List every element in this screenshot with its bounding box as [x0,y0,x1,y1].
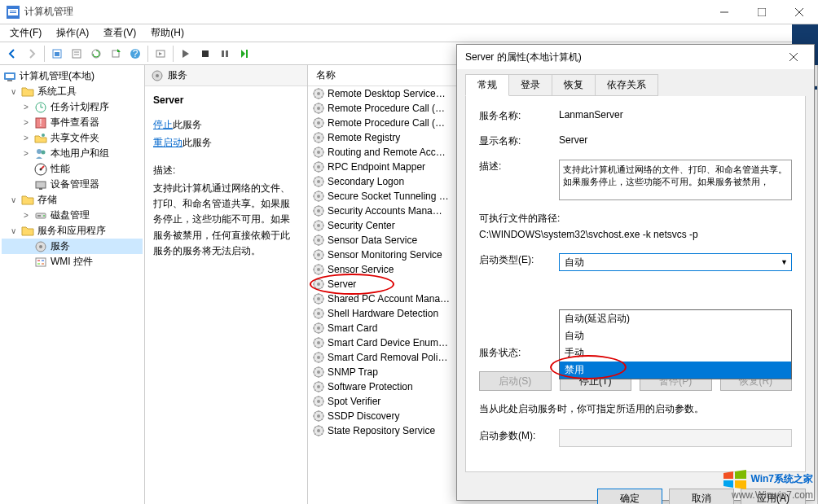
svg-point-84 [317,341,320,344]
startup-hint: 当从此处启动服务时，你可指定所适用的启动参数。 [479,402,792,416]
help-button[interactable]: ? [126,45,144,63]
option-manual[interactable]: 手动 [560,344,791,362]
windows-logo-icon [722,470,748,489]
gear-icon [313,103,324,114]
gear-icon [313,396,324,407]
watermark: Win7系统之家 www.Winwin7.com [722,470,813,501]
window-title: 计算机管理 [24,5,706,19]
service-name-value: LanmanServer [559,109,792,121]
services-header-bar: 服务 [145,65,307,86]
dialog-close-button[interactable] [781,45,806,69]
option-disabled[interactable]: 禁用 [560,362,791,379]
tab-recovery[interactable]: 恢复 [552,74,596,96]
tab-general[interactable]: 常规 [465,74,509,96]
svg-text:!: ! [39,117,42,129]
properties-dialog: Server 的属性(本地计算机) 常规 登录 恢复 依存关系 服务名称: La… [456,44,815,501]
gear-icon [313,249,324,261]
svg-rect-5 [758,8,766,16]
tree-root[interactable]: 计算机管理(本地) [2,68,143,84]
nav-tree[interactable]: 计算机管理(本地) ∨系统工具>任务计划程序>!事件查看器>共享文件夹>本地用户… [0,65,145,504]
export-button[interactable] [107,45,125,63]
tree-item[interactable]: 设备管理器 [2,177,143,192]
forward-button[interactable] [23,45,41,63]
tree-item[interactable]: 服务 [2,239,143,254]
gear-icon [313,278,324,290]
svg-rect-20 [226,50,228,57]
description-label: 描述: [479,160,559,173]
tree-group[interactable]: ∨服务和应用程序 [2,223,143,239]
maximize-button[interactable] [743,0,781,24]
start-button[interactable]: 启动(S) [479,371,552,391]
restart-service-button[interactable] [235,45,253,63]
svg-point-90 [317,385,320,388]
menu-file[interactable]: 文件(F) [3,24,48,42]
gear-icon [313,322,324,334]
properties-button[interactable] [68,45,86,63]
svg-point-50 [317,92,320,95]
tree-item[interactable]: >任务计划程序 [2,99,143,115]
tree-item[interactable]: >共享文件夹 [2,130,143,146]
dialog-tabs: 常规 登录 恢复 依存关系 [457,69,814,96]
gear-icon [313,410,324,422]
tab-dependencies[interactable]: 依存关系 [595,74,658,96]
selected-service-name: Server [153,94,299,106]
svg-point-38 [43,215,45,217]
play-all-button[interactable] [152,45,169,63]
tree-item[interactable]: 性能 [2,161,143,177]
svg-point-56 [317,136,320,139]
startup-type-select[interactable]: 自动 ▼ [559,253,792,271]
restart-link[interactable]: 重启动 [153,137,183,148]
svg-rect-3 [10,12,16,13]
startup-type-dropdown[interactable]: 自动(延迟启动) 自动 手动 禁用 [559,309,792,379]
gear-icon [313,234,324,246]
stop-service-button[interactable] [196,45,214,63]
close-button[interactable] [781,0,818,24]
svg-point-80 [317,312,320,315]
option-auto-delayed[interactable]: 自动(延迟启动) [560,310,791,327]
tree-group[interactable]: ∨存储 [2,192,143,208]
exe-path-value: C:\WINDOWS\system32\svchost.exe -k netsv… [479,229,792,240]
svg-point-76 [317,283,320,286]
gear-icon [313,117,324,129]
gear-icon [313,161,324,173]
refresh-button[interactable] [87,45,105,63]
back-button[interactable] [3,45,21,63]
svg-point-82 [317,327,320,330]
menu-help[interactable]: 帮助(H) [144,24,191,42]
tree-item[interactable]: >磁盘管理 [2,208,143,223]
menu-action[interactable]: 操作(A) [50,24,95,42]
ok-button[interactable]: 确定 [597,489,662,504]
dialog-title: Server 的属性(本地计算机) [465,50,781,64]
tree-item[interactable]: >本地用户和组 [2,146,143,161]
param-label: 启动参数(M): [479,429,559,443]
minimize-button[interactable] [706,0,743,24]
svg-rect-46 [42,263,44,265]
svg-point-31 [37,149,42,154]
svg-rect-24 [7,80,12,81]
svg-point-54 [317,121,320,125]
option-auto[interactable]: 自动 [560,327,791,344]
svg-text:?: ? [133,48,139,59]
gear-icon [313,220,324,231]
tab-logon[interactable]: 登录 [508,74,552,96]
svg-rect-9 [55,52,59,56]
desc-label: 描述: [153,163,299,177]
tree-item[interactable]: WMI 控件 [2,254,143,270]
param-input[interactable] [559,429,792,447]
svg-rect-10 [73,50,81,58]
svg-point-68 [317,224,320,227]
tree-group[interactable]: ∨系统工具 [2,84,143,99]
description-box[interactable]: 支持此计算机通过网络的文件、打印、和命名管道共享。如果服务停止，这些功能不可用。… [559,160,792,200]
svg-rect-19 [222,50,224,57]
stop-link[interactable]: 停止 [153,119,173,130]
menu-view[interactable]: 查看(V) [97,24,143,42]
start-service-button[interactable] [177,45,195,63]
app-icon [7,6,20,19]
tree-item[interactable]: >!事件查看器 [2,115,143,130]
exe-path-label: 可执行文件的路径: [479,212,792,226]
svg-point-62 [317,180,320,183]
svg-rect-44 [42,260,44,261]
up-button[interactable] [48,45,66,63]
pause-service-button[interactable] [216,45,234,63]
service-name-label: 服务名称: [479,109,559,123]
